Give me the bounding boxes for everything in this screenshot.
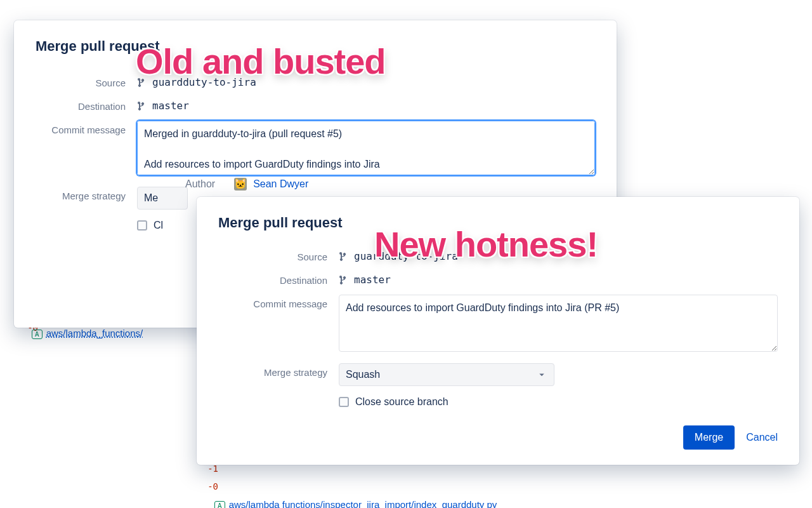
commit-message-label: Commit message: [36, 121, 137, 135]
close-branch-checkbox[interactable]: [339, 397, 349, 407]
source-label: Source: [36, 74, 137, 88]
merge-button[interactable]: Merge: [683, 425, 735, 450]
merge-strategy-label: Merge strategy: [218, 363, 339, 378]
branch-icon: [339, 251, 349, 262]
dialog-title: Merge pull request: [218, 215, 778, 231]
destination-row: Destination master: [36, 97, 595, 112]
merge-strategy-label: Merge strategy: [36, 187, 137, 201]
commit-message-input[interactable]: [137, 121, 595, 175]
commit-message-label: Commit message: [218, 295, 339, 309]
branch-icon: [137, 77, 147, 88]
file-link[interactable]: Aaws/lambda functions/inspector_jira_imp…: [214, 499, 497, 508]
author-name[interactable]: Sean Dwyer: [253, 178, 308, 190]
diff-line: -0: [180, 478, 218, 495]
destination-branch: master: [137, 97, 595, 112]
close-branch-row: Close source branch: [218, 395, 778, 408]
source-branch: guardduty-to-jira: [339, 248, 778, 262]
close-branch-label: Cl: [154, 220, 163, 231]
source-row: Source guardduty-to-jira: [218, 248, 778, 262]
destination-branch: master: [339, 271, 778, 286]
branch-icon: [137, 101, 147, 111]
destination-label: Destination: [36, 97, 137, 112]
source-branch: guardduty-to-jira: [137, 74, 595, 88]
dialog-title: Merge pull request: [36, 38, 595, 55]
commit-message-input[interactable]: [339, 295, 778, 352]
merge-strategy-select[interactable]: Squash: [339, 363, 554, 386]
branch-icon: [339, 275, 349, 285]
destination-label: Destination: [218, 271, 339, 286]
close-branch-checkbox[interactable]: [137, 220, 147, 231]
avatar: 🐱: [234, 178, 247, 190]
source-row: Source guardduty-to-jira: [36, 74, 595, 88]
merge-strategy-select[interactable]: Me: [137, 187, 188, 210]
merge-strategy-row: Merge strategy Squash: [218, 363, 778, 386]
added-badge: A: [214, 501, 225, 508]
dialog-actions: Merge Cancel: [218, 425, 778, 450]
file-link[interactable]: Aaws/lambda_functions/: [32, 328, 143, 339]
source-label: Source: [218, 248, 339, 262]
added-badge: A: [32, 330, 43, 339]
destination-row: Destination master: [218, 271, 778, 286]
chevron-down-icon: [536, 369, 547, 380]
merge-dialog-new: Merge pull request Source guardduty-to-j…: [197, 197, 799, 465]
cancel-button[interactable]: Cancel: [746, 432, 778, 443]
close-branch-label: Close source branch: [355, 396, 449, 408]
author-row: Author 🐱 Sean Dwyer: [185, 178, 308, 190]
commit-message-row: Commit message: [36, 121, 595, 178]
author-label: Author: [185, 178, 215, 190]
commit-message-row: Commit message: [218, 295, 778, 354]
